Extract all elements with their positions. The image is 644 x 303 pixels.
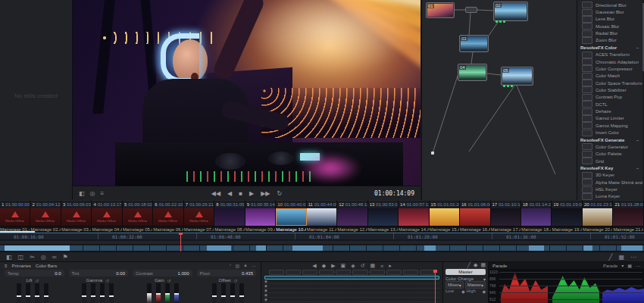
clip-thumbnail[interactable]	[276, 208, 306, 226]
audio-track[interactable]	[0, 245, 644, 251]
settings-icon[interactable]: ╱	[467, 262, 470, 268]
dropdown-ranges[interactable]: Master▾	[465, 281, 486, 289]
channel-slider[interactable]	[239, 283, 244, 303]
stop-button[interactable]: ■	[239, 190, 242, 197]
keyframe-segment[interactable]	[336, 270, 351, 275]
audio-clip-segment[interactable]	[424, 245, 436, 251]
primaries-param-contrast[interactable]: Contrast1.000	[133, 270, 192, 276]
clip-header[interactable]: 2101:01:28:00	[613, 200, 643, 208]
clip-header[interactable]: 901:00:35:14	[245, 200, 276, 208]
clip-header[interactable]: 101:00:00:00	[0, 200, 30, 208]
primaries-param-pivot[interactable]: Pivot0.435	[197, 270, 257, 276]
reset-icon[interactable]: ↺	[35, 278, 39, 283]
clip-header[interactable]: 1401:00:57:11	[399, 200, 429, 208]
effect-item[interactable]: Chromatic Adaptation	[577, 58, 642, 65]
pen-icon[interactable]: ╱	[609, 254, 613, 261]
keyframe-segment[interactable]	[370, 270, 385, 275]
clip-header[interactable]: 701:00:26:21	[184, 200, 214, 208]
clip-header[interactable]: 2001:01:23:15	[583, 200, 613, 208]
corrector-node-04[interactable]: 04	[458, 64, 487, 81]
effect-item[interactable]: Gamut Limiter	[577, 115, 642, 122]
audio-clip-segment[interactable]	[5, 245, 70, 251]
effect-item[interactable]: Radial Blur	[577, 30, 642, 36]
effect-item[interactable]: Color Palette	[577, 151, 642, 158]
clip-thumbnail[interactable]: Media Offline	[0, 208, 30, 226]
clip-header[interactable]: 1101:00:44:09	[307, 200, 337, 208]
keyframe-toolbar-icon[interactable]: ◆	[322, 263, 326, 269]
clip-header[interactable]: 301:00:09:03	[61, 200, 92, 208]
chevron-down-icon[interactable]: ▾	[621, 263, 624, 268]
effect-item[interactable]: Color Match	[577, 73, 642, 80]
clip-header[interactable]: 1901:01:19:06	[552, 200, 582, 208]
audio-clip-segment[interactable]	[207, 245, 231, 251]
snap-icon[interactable]: ◎	[41, 254, 46, 261]
effect-item[interactable]: 3D Keyer	[577, 172, 642, 179]
step-forward-button[interactable]: ▶▶	[261, 190, 270, 197]
effect-item[interactable]: Color Space Transform	[577, 80, 642, 86]
effects-group-header[interactable]: ResolveFX Generate–	[577, 136, 642, 143]
audio-clip-segment[interactable]	[529, 245, 544, 251]
corrector-node-03[interactable]: 03	[459, 35, 489, 52]
channel-slider[interactable]	[174, 283, 179, 303]
effect-item[interactable]: Mosaic Blur	[577, 23, 642, 30]
clip-header[interactable]: 1001:00:40:01	[276, 200, 306, 208]
keyframe-toolbar-icon[interactable]: ↺	[361, 263, 365, 269]
clip-thumbnail[interactable]	[521, 208, 552, 226]
clip-thumbnail[interactable]: Media Offline	[184, 208, 214, 226]
clip-header[interactable]: 1801:01:14:22	[521, 200, 552, 208]
grid-icon[interactable]: ▦	[618, 254, 624, 261]
effect-item[interactable]: Grid	[577, 158, 642, 164]
settings-icon[interactable]: ▦	[480, 262, 486, 268]
effect-item[interactable]: Gamut Mapping	[577, 122, 642, 129]
slider-handle[interactable]	[230, 295, 235, 297]
keyframe-segment[interactable]	[386, 270, 402, 275]
effect-item[interactable]: Color Compressor	[577, 65, 642, 72]
keyframe-toolbar-icon[interactable]: ▶	[331, 263, 335, 269]
effect-item[interactable]: Color Generator	[577, 143, 642, 150]
keyframe-segment[interactable]	[286, 270, 301, 275]
first-frame-button[interactable]: ◀◀	[211, 190, 220, 197]
keyframe-toolbar-icon[interactable]: ▣	[341, 263, 346, 269]
channel-slider[interactable]	[147, 283, 152, 303]
reset-icon[interactable]: ↺	[105, 278, 109, 283]
channel-slider[interactable]	[82, 283, 86, 303]
corrector-node-junction[interactable]	[465, 7, 477, 13]
clip-header[interactable]: 1601:01:06:04	[460, 200, 490, 208]
channel-slider[interactable]	[156, 283, 161, 303]
scope-selector[interactable]: Parade	[603, 264, 617, 268]
clip-header[interactable]: 501:00:18:02	[123, 200, 153, 208]
channel-slider[interactable]	[165, 283, 170, 303]
audio-clip-segment[interactable]	[621, 245, 642, 251]
effect-item[interactable]: DCTL	[577, 101, 642, 108]
keyframe-toolbar-icon[interactable]: ≡	[380, 264, 383, 269]
clip-thumbnail[interactable]	[552, 208, 582, 226]
slider-handle[interactable]	[212, 295, 217, 297]
dropdown-levels[interactable]: Mixer▾	[445, 281, 464, 289]
clip-thumbnail[interactable]	[368, 208, 399, 226]
effect-item[interactable]: ACES Transform	[577, 52, 642, 58]
keyframe-toolbar-icon[interactable]: ▸	[389, 263, 392, 269]
clip-thumbnail[interactable]	[399, 208, 429, 226]
video-track[interactable]	[0, 241, 644, 244]
slider-handle[interactable]	[26, 295, 30, 297]
clip-thumbnail[interactable]	[460, 208, 490, 226]
loop-button[interactable]: ↻	[277, 190, 283, 197]
channel-slider[interactable]	[109, 283, 114, 303]
clip-thumbnail[interactable]: Media Offline	[92, 208, 122, 226]
keyframes-playhead[interactable]	[435, 270, 436, 303]
clip-thumbnail[interactable]	[307, 208, 337, 226]
audio-clip-segment[interactable]	[256, 245, 266, 251]
channel-slider[interactable]	[212, 283, 217, 303]
wheels-view-icon[interactable]: ◔	[229, 263, 232, 268]
channel-slider[interactable]	[35, 283, 39, 303]
more-icon[interactable]: ⋯	[636, 263, 640, 268]
clip-header[interactable]: 201:00:04:12	[30, 200, 61, 208]
keyframe-segment[interactable]	[420, 270, 435, 275]
keyframe-segment[interactable]	[302, 270, 317, 275]
clip-header[interactable]: 1201:00:48:18	[337, 200, 367, 208]
effect-item[interactable]: Luma Keyer	[577, 193, 642, 200]
clip-header[interactable]: 401:00:13:17	[92, 200, 122, 208]
clip-thumbnail[interactable]: Media Offline	[61, 208, 92, 226]
channel-slider[interactable]	[91, 283, 95, 303]
effect-item[interactable]: Invert Color	[577, 129, 642, 136]
